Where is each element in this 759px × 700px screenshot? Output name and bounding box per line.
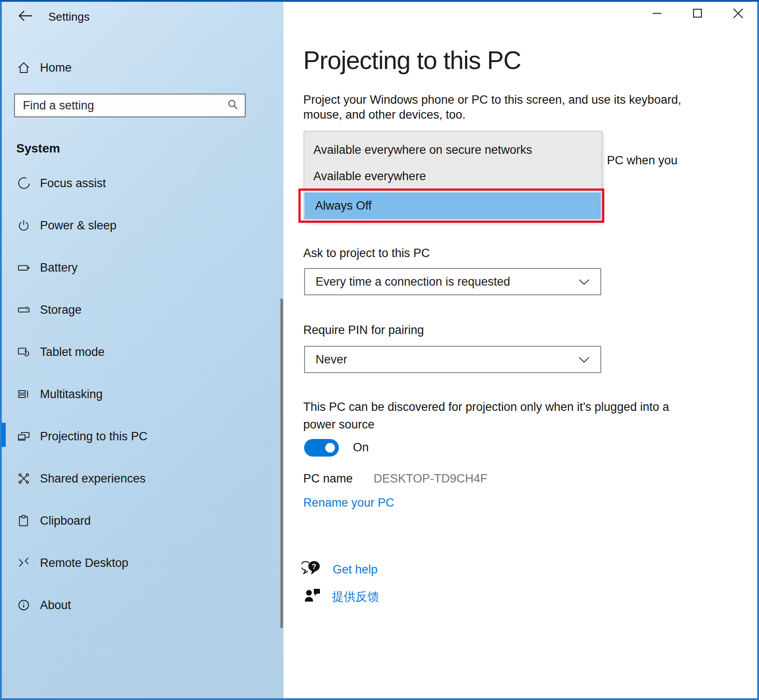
ask-to-project-select[interactable]: Every time a connection is requested	[304, 268, 601, 295]
sidebar-item-label: Remote Desktop	[40, 556, 128, 570]
ask-to-project-value: Every time a connection is requested	[316, 275, 510, 289]
tablet-mode-icon	[17, 345, 30, 359]
close-icon	[733, 8, 744, 21]
require-pin-select[interactable]: Never	[304, 346, 601, 373]
focus-assist-icon	[17, 177, 30, 190]
sidebar-item-label: Shared experiences	[40, 472, 145, 486]
maximize-button[interactable]	[681, 3, 714, 25]
get-help-link[interactable]: Get help	[333, 563, 378, 577]
sidebar-item-power-sleep[interactable]: Power & sleep	[17, 212, 263, 239]
search-box	[14, 94, 246, 117]
sidebar-item-label: Power & sleep	[40, 219, 116, 232]
sidebar-item-label: Multitasking	[40, 388, 103, 401]
sidebar-item-focus-assist[interactable]: Focus assist	[17, 170, 263, 196]
chevron-down-icon	[578, 353, 590, 366]
feedback-icon	[304, 587, 321, 606]
sidebar-item-home[interactable]: Home	[17, 54, 263, 81]
dropdown-option-always-off[interactable]: Always Off	[305, 192, 601, 219]
remote-desktop-icon	[17, 556, 30, 569]
section-header-system: System	[16, 141, 60, 156]
discover-line-2: power source	[303, 416, 669, 433]
sidebar-item-label: About	[40, 598, 71, 612]
sidebar-item-label: Projecting to this PC	[40, 430, 148, 443]
toggle-knob	[325, 443, 335, 453]
dropdown-option-available-secure[interactable]: Available everywhere on secure networks	[304, 137, 602, 163]
close-button[interactable]	[722, 3, 754, 25]
toggle-state-label: On	[353, 441, 369, 454]
back-button[interactable]	[15, 7, 36, 26]
sidebar-item-label: Storage	[40, 303, 82, 317]
maximize-icon	[693, 8, 702, 20]
occluded-setting-text: PC when you	[607, 154, 678, 167]
sidebar-item-remote-desktop[interactable]: Remote Desktop	[17, 550, 263, 576]
clipboard-icon	[17, 514, 30, 527]
shared-experiences-icon	[17, 472, 30, 485]
settings-window: Settings Home System Focus assist Power	[0, 0, 759, 700]
require-pin-value: Never	[316, 353, 347, 366]
get-help-icon: ?	[301, 560, 321, 579]
discover-line-1: This PC can be discovered for projection…	[303, 398, 669, 416]
sidebar-scrollbar[interactable]	[280, 299, 283, 628]
intro-text: Project your Windows phone or PC to this…	[303, 92, 681, 122]
app-title: Settings	[48, 10, 90, 24]
sidebar-item-label: Home	[40, 61, 72, 75]
require-pin-label: Require PIN for pairing	[303, 323, 424, 337]
rename-pc-link[interactable]: Rename your PC	[303, 496, 394, 510]
intro-line-1: Project your Windows phone or PC to this…	[303, 92, 681, 107]
intro-line-2: mouse, and other devices, too.	[303, 107, 681, 122]
ask-to-project-label: Ask to project to this PC	[303, 247, 430, 260]
about-icon	[17, 598, 30, 612]
search-icon	[227, 99, 239, 112]
home-icon	[17, 61, 30, 74]
battery-icon	[17, 261, 30, 274]
sidebar-item-about[interactable]: About	[17, 592, 263, 618]
feedback-link[interactable]: 提供反馈	[332, 589, 379, 605]
sidebar-item-battery[interactable]: Battery	[17, 254, 263, 281]
minimize-icon	[652, 8, 662, 20]
minimize-button[interactable]	[641, 3, 673, 25]
pc-name-value: DESKTOP-TD9CH4F	[374, 472, 487, 486]
sidebar-item-label: Clipboard	[40, 514, 91, 528]
sidebar-item-storage[interactable]: Storage	[17, 297, 263, 323]
storage-icon	[17, 303, 30, 316]
sidebar-item-label: Tablet mode	[40, 345, 105, 359]
red-highlight-annotation: Always Off	[298, 189, 604, 223]
chevron-down-icon	[578, 275, 590, 289]
sidebar-item-label: Focus assist	[40, 177, 106, 190]
sidebar-item-label: Battery	[40, 261, 78, 275]
selected-item-accent-bar	[2, 423, 6, 447]
page-title: Projecting to this PC	[303, 46, 521, 75]
sidebar: Settings Home System Focus assist Power	[2, 2, 283, 698]
power-sleep-icon	[17, 219, 30, 232]
search-input[interactable]	[15, 99, 227, 112]
sidebar-item-tablet-mode[interactable]: Tablet mode	[17, 339, 263, 365]
pc-name-label: PC name	[303, 472, 353, 486]
dropdown-option-available-everywhere[interactable]: Available everywhere	[304, 163, 602, 189]
projecting-icon	[17, 430, 30, 443]
svg-text:?: ?	[312, 562, 316, 571]
back-arrow-icon	[18, 10, 33, 24]
sidebar-item-shared-experiences[interactable]: Shared experiences	[17, 465, 263, 492]
sidebar-item-multitasking[interactable]: Multitasking	[17, 381, 263, 407]
multitasking-icon	[17, 388, 30, 401]
discover-toggle[interactable]	[304, 439, 339, 457]
sidebar-item-clipboard[interactable]: Clipboard	[17, 508, 263, 534]
window-border-top	[0, 0, 759, 2]
discover-description: This PC can be discovered for projection…	[303, 398, 669, 433]
sidebar-item-projecting[interactable]: Projecting to this PC	[17, 423, 263, 450]
